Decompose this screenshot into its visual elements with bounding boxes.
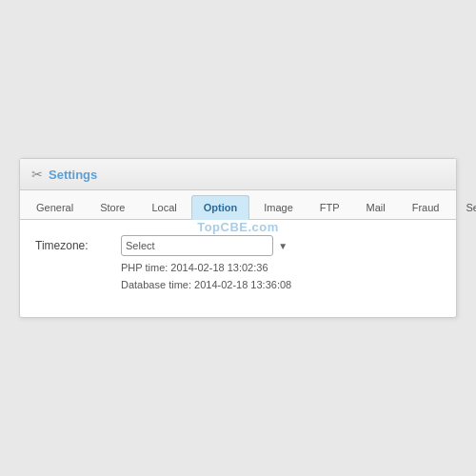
tab-ftp[interactable]: FTP bbox=[307, 195, 352, 219]
database-time: Database time: 2014-02-18 13:36:08 bbox=[121, 277, 291, 294]
timezone-label: Timezone: bbox=[35, 235, 121, 252]
timezone-row: Timezone: Select ▼ PHP time: 2014-02-18 … bbox=[35, 235, 441, 293]
tab-store[interactable]: Store bbox=[88, 195, 137, 219]
settings-title: Settings bbox=[49, 168, 97, 182]
tab-mail[interactable]: Mail bbox=[354, 195, 398, 219]
watermark: TopCBE.com bbox=[197, 220, 279, 234]
tabs-bar: General Store Local Option Image FTP Mai… bbox=[20, 190, 456, 220]
tab-local[interactable]: Local bbox=[139, 195, 188, 219]
tab-image[interactable]: Image bbox=[251, 195, 306, 219]
timezone-select[interactable]: Select bbox=[121, 235, 273, 256]
timezone-select-container: Select ▼ bbox=[121, 235, 291, 256]
php-time: PHP time: 2014-02-18 13:02:36 bbox=[121, 260, 291, 277]
tab-option[interactable]: Option bbox=[191, 195, 249, 220]
tab-general[interactable]: General bbox=[24, 195, 86, 219]
tab-fraud[interactable]: Fraud bbox=[400, 195, 452, 219]
timezone-controls: Select ▼ PHP time: 2014-02-18 13:02:36 D… bbox=[121, 235, 291, 293]
settings-header: ✂ Settings bbox=[20, 159, 456, 190]
page-wrapper: ✂ Settings General Store Local Option Im… bbox=[0, 0, 476, 476]
time-info: PHP time: 2014-02-18 13:02:36 Database t… bbox=[121, 260, 291, 293]
select-arrow-icon: ▼ bbox=[278, 241, 288, 251]
tab-server[interactable]: Server bbox=[453, 195, 476, 219]
settings-content: TopCBE.com Timezone: Select ▼ PHP time: … bbox=[20, 220, 456, 316]
settings-icon: ✂ bbox=[31, 167, 43, 182]
settings-panel: ✂ Settings General Store Local Option Im… bbox=[19, 158, 457, 317]
